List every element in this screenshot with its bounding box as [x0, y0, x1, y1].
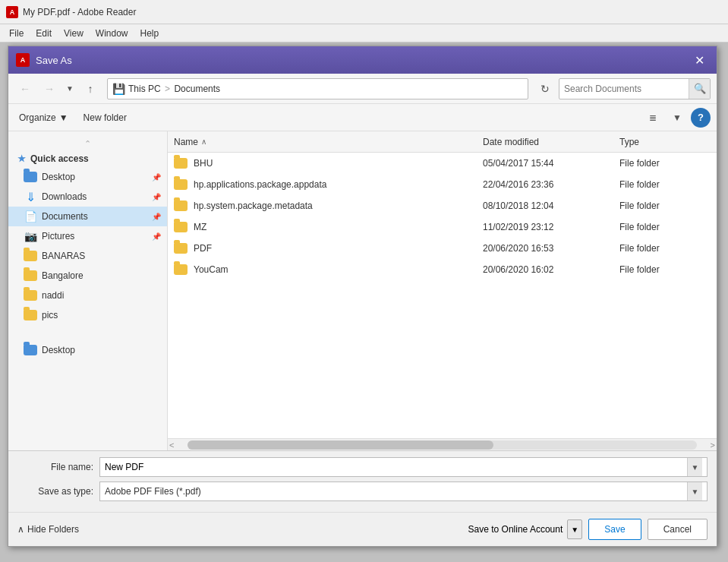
file-list-area: Name ∧ Date modified Type BHU 05/04/2017… — [168, 131, 717, 450]
sidebar-item-banaras[interactable]: BANARAS — [8, 246, 167, 266]
breadcrumb-documents[interactable]: Documents — [174, 84, 220, 94]
col-type-header[interactable]: Type — [619, 137, 711, 147]
hscroll-left[interactable]: < — [168, 440, 175, 450]
bottom-form-area: File name: ▼ Save as type: Adobe PDF Fil… — [8, 450, 717, 512]
youcam-folder-icon — [174, 264, 188, 275]
view-dropdown-button[interactable]: ▼ — [667, 108, 688, 128]
desktop-folder-icon — [24, 172, 37, 182]
bhu-folder-icon — [174, 158, 188, 169]
file-type-dropdown[interactable]: Adobe PDF Files (*.pdf) ▼ — [99, 481, 708, 501]
col-name-header[interactable]: Name ∧ — [174, 137, 483, 147]
col-type-label: Type — [619, 137, 639, 147]
app-titlebar: A My PDF.pdf - Adobe Reader — [0, 0, 728, 24]
file-list-content: BHU 05/04/2017 15:44 File folder hp.appl… — [168, 153, 717, 438]
search-button[interactable]: 🔍 — [689, 78, 710, 99]
organize-button[interactable]: Organize ▼ — [14, 109, 73, 126]
file-name-bhu: BHU — [194, 158, 483, 169]
sidebar-item-documents[interactable]: 📄 Documents 📌 — [8, 207, 167, 226]
sidebar-item-desktop-label: Desktop — [42, 172, 75, 182]
cancel-button[interactable]: Cancel — [648, 519, 708, 540]
save-online-group: Save to Online Account ▼ — [464, 519, 583, 539]
organize-label: Organize — [19, 112, 56, 123]
file-type-dropdown-arrow[interactable]: ▼ — [687, 482, 702, 500]
organize-arrow-icon: ▼ — [59, 112, 68, 123]
sidebar-item-pics[interactable]: pics — [8, 305, 167, 325]
file-date-mz: 11/02/2019 23:12 — [483, 222, 619, 232]
menu-help[interactable]: Help — [134, 27, 165, 40]
breadcrumb-thispc[interactable]: This PC — [128, 84, 161, 94]
menu-edit[interactable]: Edit — [30, 27, 58, 40]
pin-icon-documents: 📌 — [152, 213, 161, 221]
sidebar-item-pictures[interactable]: 📷 Pictures 📌 — [8, 226, 167, 246]
bangalore-folder-icon — [24, 270, 37, 281]
view-grid-button[interactable]: ≣ — [642, 108, 663, 128]
menu-bar: File Edit View Window Help — [0, 24, 728, 43]
breadcrumb-file-icon: 💾 — [112, 83, 125, 95]
action-bar: ∧ Hide Folders Save to Online Account ▼ … — [8, 512, 717, 546]
hscroll-right[interactable]: > — [709, 440, 717, 450]
file-name-hp-apps: hp.applications.package.appdata — [194, 179, 483, 190]
hscroll-thumb[interactable] — [188, 440, 493, 450]
up-button[interactable]: ↑ — [80, 78, 101, 99]
app-title: My PDF.pdf - Adobe Reader — [23, 7, 136, 17]
file-date-hp-apps: 22/04/2016 23:36 — [483, 179, 619, 190]
file-name-pdf: PDF — [194, 243, 483, 254]
dialog-app-icon: A — [16, 53, 30, 67]
dialog-close-button[interactable]: ✕ — [689, 50, 709, 70]
menu-view[interactable]: View — [58, 27, 90, 40]
file-row-hp-apps[interactable]: hp.applications.package.appdata 22/04/20… — [168, 174, 717, 195]
quick-access-star-icon: ★ — [17, 153, 26, 164]
search-box: 🔍 — [559, 78, 711, 99]
new-folder-button[interactable]: New folder — [79, 109, 131, 126]
save-button[interactable]: Save — [588, 519, 641, 540]
refresh-button[interactable]: ↻ — [534, 78, 556, 99]
save-as-dialog: A Save As ✕ ← → ▼ ↑ 💾 This PC > Document… — [8, 46, 717, 547]
back-button[interactable]: ← — [14, 78, 36, 99]
save-online-arrow-icon: ▼ — [571, 526, 578, 534]
recent-locations-button[interactable]: ▼ — [63, 78, 77, 99]
menu-file[interactable]: File — [3, 27, 30, 40]
file-row-hp-sys[interactable]: hp.system.package.metadata 08/10/2018 12… — [168, 195, 717, 216]
file-name-label: File name: — [17, 462, 93, 472]
breadcrumb-path: This PC > Documents — [128, 84, 220, 94]
downloads-icon: ⇓ — [24, 190, 37, 204]
file-row-pdf[interactable]: PDF 20/06/2020 16:53 File folder — [168, 238, 717, 259]
toolbar-right: ≣ ▼ ? — [642, 108, 711, 128]
col-name-label: Name — [174, 137, 198, 147]
hide-folders-button[interactable]: ∧ Hide Folders — [17, 524, 79, 535]
pictures-icon: 📷 — [24, 229, 37, 243]
pin-icon: 📌 — [152, 173, 161, 182]
file-name-row: File name: ▼ — [17, 457, 708, 477]
pin-icon-downloads: 📌 — [152, 193, 161, 201]
file-row-mz[interactable]: MZ 11/02/2019 23:12 File folder — [168, 216, 717, 238]
save-online-label: Save to Online Account — [464, 521, 568, 538]
hp-sys-folder-icon — [174, 200, 188, 211]
nav-bar: ← → ▼ ↑ 💾 This PC > Documents ↻ 🔍 — [8, 74, 717, 104]
col-date-label: Date modified — [483, 137, 539, 147]
dialog-titlebar: A Save As ✕ — [8, 46, 717, 74]
file-list-header: Name ∧ Date modified Type — [168, 131, 717, 153]
forward-button[interactable]: → — [39, 78, 60, 99]
search-input[interactable] — [559, 84, 689, 94]
file-row-bhu[interactable]: BHU 05/04/2017 15:44 File folder — [168, 153, 717, 174]
file-name-dropdown-arrow[interactable]: ▼ — [687, 458, 702, 476]
sidebar-item-desktop-bottom[interactable]: Desktop — [8, 340, 167, 360]
file-type-value: Adobe PDF Files (*.pdf) — [105, 486, 201, 497]
dialog-title: Save As — [36, 55, 689, 66]
sidebar-item-naddi[interactable]: naddi — [8, 286, 167, 305]
col-date-header[interactable]: Date modified — [483, 137, 619, 147]
toolbar: Organize ▼ New folder ≣ ▼ ? — [8, 104, 717, 131]
sidebar-item-bangalore[interactable]: Bangalore — [8, 266, 167, 286]
sidebar-item-pictures-label: Pictures — [42, 231, 74, 242]
sidebar-item-desktop-quick[interactable]: Desktop 📌 — [8, 167, 167, 187]
pin-icon-pictures: 📌 — [152, 232, 161, 241]
help-button[interactable]: ? — [691, 108, 711, 128]
file-row-youcam[interactable]: YouCam 20/06/2020 16:02 File folder — [168, 259, 717, 280]
file-type-pdf: File folder — [619, 243, 711, 254]
save-online-dropdown-button[interactable]: ▼ — [567, 519, 582, 539]
sidebar-section-quick-access[interactable]: ★ Quick access — [8, 150, 167, 167]
file-name-input[interactable] — [105, 462, 687, 472]
sidebar-item-downloads[interactable]: ⇓ Downloads 📌 — [8, 187, 167, 207]
menu-window[interactable]: Window — [90, 27, 134, 40]
quick-access-label: Quick access — [30, 153, 89, 164]
